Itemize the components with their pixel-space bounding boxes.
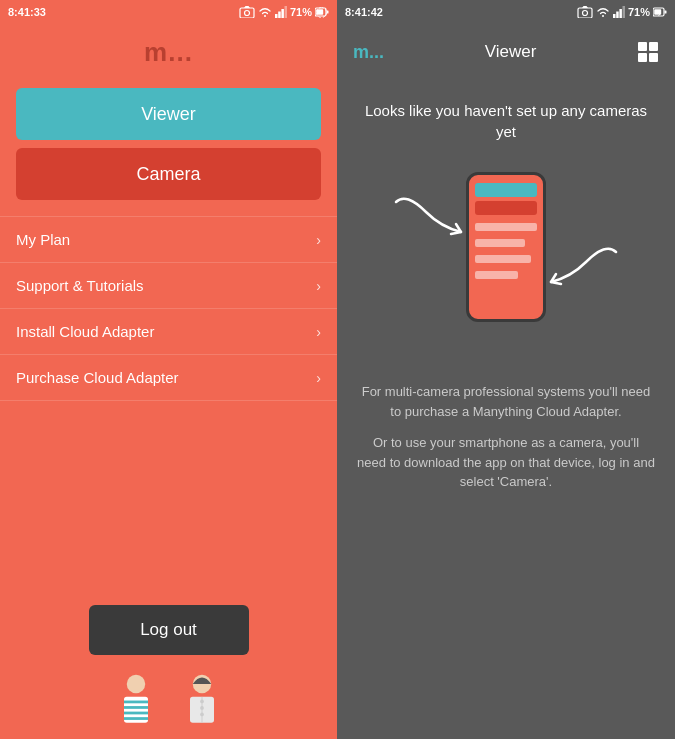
svg-rect-21 <box>124 706 148 709</box>
svg-point-28 <box>200 706 204 710</box>
svg-rect-13 <box>619 9 622 18</box>
viewer-title: Viewer <box>485 42 537 62</box>
svg-rect-3 <box>278 12 281 19</box>
svg-rect-5 <box>284 6 287 18</box>
svg-rect-4 <box>281 9 284 18</box>
left-status-icons: 71% <box>239 6 329 18</box>
svg-rect-31 <box>649 42 658 51</box>
svg-rect-0 <box>240 8 254 18</box>
right-battery-text: 71% <box>628 6 650 18</box>
phone-screen-text-4 <box>475 271 518 279</box>
menu-item-support-label: Support & Tutorials <box>16 277 144 294</box>
app-logo: m... <box>144 37 193 68</box>
avatar-2 <box>177 671 227 731</box>
chevron-icon-0: › <box>316 232 321 248</box>
status-bars: 8:41:33 71% <box>0 0 675 24</box>
menu-item-install-cloud[interactable]: Install Cloud Adapter › <box>0 308 337 354</box>
main-container: m... Viewer Camera My Plan › Support & T… <box>0 24 675 739</box>
avatar-1 <box>111 671 161 731</box>
footer-avatars <box>111 671 227 739</box>
right-status-icons: 71% <box>577 6 667 18</box>
svg-point-10 <box>582 11 587 16</box>
wifi-icon <box>258 6 272 18</box>
menu-items: My Plan › Support & Tutorials › Install … <box>0 216 337 581</box>
svg-rect-22 <box>124 712 148 715</box>
chevron-icon-3: › <box>316 370 321 386</box>
left-status-bar: 8:41:33 71% <box>0 0 337 24</box>
chevron-icon-2: › <box>316 324 321 340</box>
camera-button[interactable]: Camera <box>16 148 321 200</box>
chevron-icon-1: › <box>316 278 321 294</box>
info-text-1: For multi-camera professional systems yo… <box>357 382 655 421</box>
right-arrow-illustration <box>526 232 626 322</box>
signal-icon <box>275 6 287 18</box>
phone-illustration <box>376 162 636 362</box>
right-wifi-icon <box>596 6 610 18</box>
phone-screen-text-1 <box>475 223 537 231</box>
right-panel: m... Viewer Looks like you haven't set u… <box>337 24 675 739</box>
photo-icon <box>239 6 255 18</box>
left-header: m... <box>0 24 337 80</box>
svg-rect-12 <box>616 12 619 19</box>
left-time: 8:41:33 <box>8 6 46 18</box>
menu-item-purchase-label: Purchase Cloud Adapter <box>16 369 179 386</box>
left-battery-text: 71% <box>290 6 312 18</box>
left-battery-icon <box>315 6 329 18</box>
phone-screen-text-2 <box>475 239 525 247</box>
logout-button[interactable]: Log out <box>89 605 249 655</box>
svg-rect-30 <box>638 42 647 51</box>
info-text-2: Or to use your smartphone as a camera, y… <box>357 433 655 492</box>
right-status-bar: 8:41:42 71% <box>337 0 675 24</box>
right-signal-icon <box>613 6 625 18</box>
svg-rect-2 <box>275 14 278 18</box>
svg-point-27 <box>200 700 204 704</box>
right-time: 8:41:42 <box>345 6 383 18</box>
menu-item-purchase-cloud[interactable]: Purchase Cloud Adapter › <box>0 354 337 401</box>
no-camera-title: Looks like you haven't set up any camera… <box>357 100 655 142</box>
svg-point-29 <box>200 713 204 717</box>
svg-rect-20 <box>124 701 148 704</box>
right-app-logo: m... <box>353 42 384 63</box>
svg-rect-14 <box>622 6 625 18</box>
svg-rect-23 <box>124 717 148 720</box>
svg-rect-11 <box>613 14 616 18</box>
right-battery-icon <box>653 6 667 18</box>
menu-item-my-plan[interactable]: My Plan › <box>0 216 337 262</box>
svg-point-18 <box>126 675 144 693</box>
left-panel: m... Viewer Camera My Plan › Support & T… <box>0 24 337 739</box>
svg-point-1 <box>244 11 249 16</box>
menu-item-install-label: Install Cloud Adapter <box>16 323 154 340</box>
viewer-button[interactable]: Viewer <box>16 88 321 140</box>
phone-screen-text-3 <box>475 255 531 263</box>
svg-rect-32 <box>638 53 647 62</box>
right-header: m... Viewer <box>337 24 675 80</box>
svg-rect-9 <box>578 8 592 18</box>
right-photo-icon <box>577 6 593 18</box>
menu-item-support[interactable]: Support & Tutorials › <box>0 262 337 308</box>
grid-icon[interactable] <box>637 41 659 63</box>
svg-rect-33 <box>649 53 658 62</box>
left-footer: Log out <box>0 581 337 739</box>
svg-rect-16 <box>665 11 667 14</box>
menu-item-my-plan-label: My Plan <box>16 231 70 248</box>
phone-screen-camera-btn <box>475 201 537 215</box>
right-content: Looks like you haven't set up any camera… <box>337 80 675 739</box>
phone-screen-viewer-btn <box>475 183 537 197</box>
